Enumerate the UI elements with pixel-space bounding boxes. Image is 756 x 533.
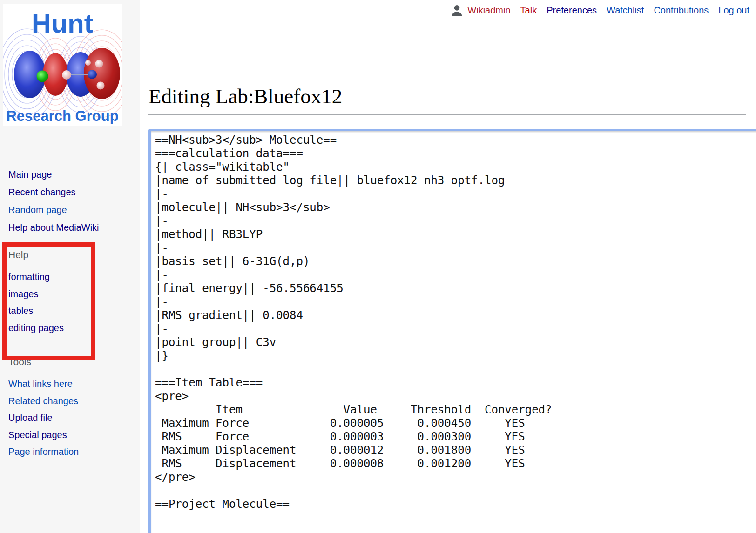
personal-talk-link[interactable]: Talk — [520, 5, 537, 16]
molecular-orbital-logo-image: Hunt Research Group — [3, 4, 122, 126]
sidebar-item-editing-pages[interactable]: editing pages — [8, 320, 124, 337]
tools-section-heading: Tools — [8, 356, 124, 372]
sidebar-navigation: Main page Recent changes Random page Hel… — [8, 166, 125, 236]
page-information-link[interactable]: Page information — [8, 446, 79, 457]
recent-changes-link[interactable]: Recent changes — [8, 187, 76, 197]
personal-preferences-link[interactable]: Preferences — [547, 5, 597, 16]
logo-title: Hunt — [32, 8, 93, 38]
site-logo[interactable]: Hunt Research Group — [3, 4, 122, 126]
random-page-link[interactable]: Random page — [8, 205, 67, 215]
sidebar: Hunt Research Group Main page Recent cha… — [0, 0, 140, 533]
sidebar-item-main-page[interactable]: Main page — [8, 166, 125, 183]
sidebar-item-help-mediawiki[interactable]: Help about MediaWiki — [8, 219, 125, 236]
sidebar-item-page-information[interactable]: Page information — [8, 443, 124, 460]
sidebar-item-recent-changes[interactable]: Recent changes — [8, 183, 125, 201]
upload-file-link[interactable]: Upload file — [8, 413, 53, 423]
personal-watchlist-link[interactable]: Watchlist — [607, 5, 644, 16]
content-area: Editing Lab:Bluefox12 ==NH<sub>3</sub> M… — [140, 68, 756, 533]
editing-pages-link[interactable]: editing pages — [8, 323, 64, 333]
personal-user-link[interactable]: Wikiadmin — [467, 5, 510, 16]
sidebar-item-tables[interactable]: tables — [8, 302, 124, 320]
sidebar-tools-section: Tools What links here Related changes Up… — [8, 356, 124, 460]
logo-subtitle: Research Group — [6, 108, 118, 124]
special-pages-link[interactable]: Special pages — [8, 430, 67, 440]
page-title: Editing Lab:Bluefox12 — [148, 85, 746, 115]
sidebar-item-special-pages[interactable]: Special pages — [8, 426, 124, 444]
sidebar-item-what-links-here[interactable]: What links here — [8, 375, 124, 393]
page-area: Wikiadmin Talk Preferences Watchlist Con… — [140, 0, 756, 533]
formatting-link[interactable]: formatting — [8, 272, 50, 282]
what-links-here-link[interactable]: What links here — [8, 379, 73, 389]
personal-contributions-link[interactable]: Contributions — [654, 5, 709, 16]
wikitext-editor[interactable]: ==NH<sub>3</sub> Molecule== ===calculati… — [148, 129, 756, 533]
sidebar-item-upload-file[interactable]: Upload file — [8, 409, 124, 426]
sidebar-item-related-changes[interactable]: Related changes — [8, 393, 124, 410]
images-link[interactable]: images — [8, 289, 38, 299]
help-mediawiki-link[interactable]: Help about MediaWiki — [8, 222, 99, 233]
user-icon — [451, 4, 463, 17]
main-page-link[interactable]: Main page — [8, 169, 52, 180]
tables-link[interactable]: tables — [8, 306, 33, 316]
sidebar-item-images[interactable]: images — [8, 286, 124, 303]
sidebar-help-section: Help formatting images tables editing pa… — [8, 249, 124, 336]
related-changes-link[interactable]: Related changes — [8, 396, 78, 406]
sidebar-item-formatting[interactable]: formatting — [8, 268, 124, 286]
help-section-heading: Help — [8, 249, 124, 265]
personal-logout-link[interactable]: Log out — [718, 5, 749, 16]
sidebar-item-random-page[interactable]: Random page — [8, 201, 125, 219]
personal-bar: Wikiadmin Talk Preferences Watchlist Con… — [451, 4, 749, 17]
